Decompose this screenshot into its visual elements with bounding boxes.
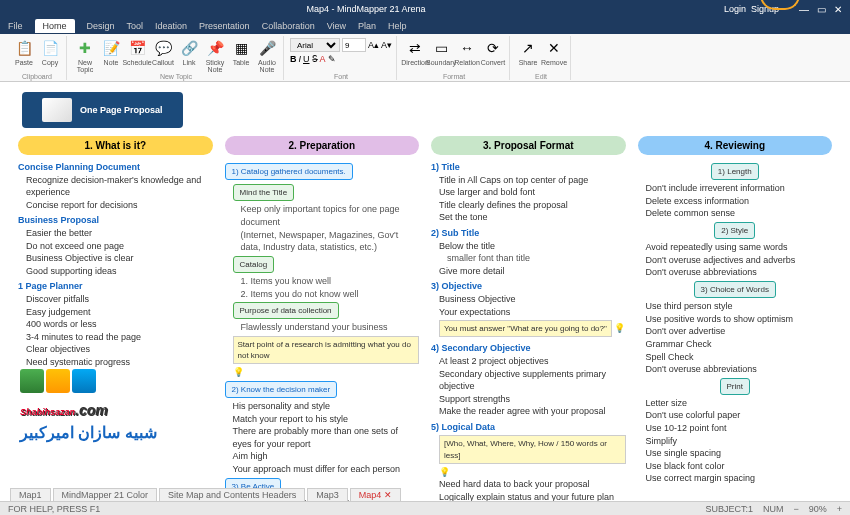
italic-button[interactable]: I <box>299 54 302 64</box>
node[interactable]: Match your report to his style <box>233 413 420 426</box>
node[interactable]: Flawlessly understand your business <box>241 321 420 334</box>
convert-button[interactable]: ⟳Convert <box>481 38 505 66</box>
node[interactable]: Delete excess information <box>646 195 833 208</box>
node[interactable]: 2) Know the decision maker <box>225 381 338 398</box>
boundary-button[interactable]: ▭Boundary <box>429 38 453 66</box>
node[interactable]: Grammar Check <box>646 338 833 351</box>
link-button[interactable]: 🔗Link <box>177 38 201 66</box>
node[interactable]: His personality and style <box>233 400 420 413</box>
close-button[interactable]: ✕ <box>834 4 842 15</box>
node[interactable]: 3-4 minutes to read the page <box>26 331 213 344</box>
menu-collaboration[interactable]: Collaboration <box>262 21 315 31</box>
node[interactable]: Discover pitfalls <box>26 293 213 306</box>
node[interactable]: 3) Choice of Words <box>694 281 776 298</box>
node[interactable]: 1 Page Planner <box>18 280 213 293</box>
doc-tab-active[interactable]: Map4 ✕ <box>350 488 401 501</box>
note-button[interactable]: 📝Note <box>99 38 123 66</box>
node[interactable]: Use correct margin spacing <box>646 472 833 485</box>
node[interactable]: 2. Items you do not know well <box>241 288 420 301</box>
minimize-button[interactable]: — <box>799 4 809 15</box>
remove-button[interactable]: ✕Remove <box>542 38 566 66</box>
node[interactable]: Below the title <box>439 240 626 253</box>
sticky-button[interactable]: 📌Sticky Note <box>203 38 227 73</box>
paste-button[interactable]: 📋Paste <box>12 38 36 66</box>
node[interactable]: Clear objectives <box>26 343 213 356</box>
node[interactable]: Easy judgement <box>26 306 213 319</box>
node[interactable]: Good supporting ideas <box>26 265 213 278</box>
node[interactable]: Business Objective is clear <box>26 252 213 265</box>
node[interactable]: Set the tone <box>439 211 626 224</box>
doc-tab[interactable]: Map1 <box>10 488 51 501</box>
branch-1-header[interactable]: 1. What is it? <box>18 136 213 155</box>
node[interactable]: Delete common sense <box>646 207 833 220</box>
font-grow-button[interactable]: A▴ <box>368 40 379 50</box>
node[interactable]: Secondary objective supplements primary … <box>439 368 626 393</box>
menu-presentation[interactable]: Presentation <box>199 21 250 31</box>
node[interactable]: At least 2 project objectives <box>439 355 626 368</box>
menu-tool[interactable]: Tool <box>127 21 144 31</box>
doc-tab[interactable]: MindMapper 21 Color <box>53 488 158 501</box>
menu-design[interactable]: Design <box>87 21 115 31</box>
doc-tab[interactable]: Site Map and Contents Headers <box>159 488 305 501</box>
strike-button[interactable]: S̶ <box>312 54 318 64</box>
node[interactable]: smaller font than title <box>447 252 626 265</box>
node-highlight[interactable]: You must answer "What are you going to d… <box>439 320 612 337</box>
audio-button[interactable]: 🎤Audio Note <box>255 38 279 73</box>
branch-4-header[interactable]: 4. Reviewing <box>638 136 833 155</box>
schedule-button[interactable]: 📅Schedule <box>125 38 149 66</box>
node[interactable]: 3) Objective <box>431 280 626 293</box>
menu-home[interactable]: Home <box>35 19 75 33</box>
node[interactable]: Title clearly defines the proposal <box>439 199 626 212</box>
node[interactable]: Simplify <box>646 435 833 448</box>
callout-button[interactable]: 💬Callout <box>151 38 175 66</box>
node[interactable]: Use 10-12 point font <box>646 422 833 435</box>
node[interactable]: Keep only important topics for one page … <box>241 203 420 228</box>
node[interactable]: Don't overuse adjectives and adverbs <box>646 254 833 267</box>
node-highlight[interactable]: [Who, What, Where, Why, How / 150 words … <box>439 435 626 463</box>
node[interactable]: Don't overuse abbreviations <box>646 266 833 279</box>
doc-tab[interactable]: Map3 <box>307 488 348 501</box>
node[interactable]: Need systematic progress <box>26 356 213 369</box>
font-size-input[interactable] <box>342 38 366 52</box>
menu-plan[interactable]: Plan <box>358 21 376 31</box>
node[interactable]: Don't overuse abbreviations <box>646 363 833 376</box>
copy-button[interactable]: 📄Copy <box>38 38 62 66</box>
menu-file[interactable]: File <box>8 21 23 31</box>
node[interactable]: 1) Catalog gathered documents. <box>225 163 353 180</box>
root-node[interactable]: One Page Proposal <box>22 92 183 128</box>
node[interactable]: Purpose of data collection <box>233 302 339 319</box>
node[interactable]: Mind the Title <box>233 184 295 201</box>
zoom-out-button[interactable]: − <box>793 504 798 514</box>
node[interactable]: Concise report for decisions <box>26 199 213 212</box>
branch-2[interactable]: 2. Preparation 1) Catalog gathered docum… <box>225 136 420 502</box>
branch-1[interactable]: 1. What is it? Concise Planning Document… <box>18 136 213 502</box>
node[interactable]: Your expectations <box>439 306 626 319</box>
node[interactable]: Make the reader agree with your proposal <box>439 405 626 418</box>
node[interactable]: Print <box>720 378 750 395</box>
node[interactable]: 1) Length <box>711 163 759 180</box>
bold-button[interactable]: B <box>290 54 297 64</box>
node[interactable]: Don't use colorful paper <box>646 409 833 422</box>
node[interactable]: 2) Style <box>714 222 755 239</box>
direction-button[interactable]: ⇄Direction <box>403 38 427 66</box>
node[interactable]: Concise Planning Document <box>18 161 213 174</box>
mindmap-canvas[interactable]: One Page Proposal 1. What is it? Concise… <box>0 82 850 502</box>
branch-3[interactable]: 3. Proposal Format 1) Title Title in All… <box>431 136 626 502</box>
node[interactable]: Business Objective <box>439 293 626 306</box>
node[interactable]: Aim high <box>233 450 420 463</box>
node[interactable]: Business Proposal <box>18 214 213 227</box>
menu-help[interactable]: Help <box>388 21 407 31</box>
node[interactable]: 2) Sub Title <box>431 227 626 240</box>
node[interactable]: 4) Secondary Objective <box>431 342 626 355</box>
table-button[interactable]: ▦Table <box>229 38 253 66</box>
node[interactable]: 1) Title <box>431 161 626 174</box>
node[interactable]: Don't over advertise <box>646 325 833 338</box>
branch-2-header[interactable]: 2. Preparation <box>225 136 420 155</box>
node[interactable]: Catalog <box>233 256 275 273</box>
maximize-button[interactable]: ▭ <box>817 4 826 15</box>
node[interactable]: Your approach must differ for each perso… <box>233 463 420 476</box>
zoom-in-button[interactable]: + <box>837 504 842 514</box>
node[interactable]: Recognize decision-maker's knowledge and… <box>26 174 213 199</box>
node[interactable]: Do not exceed one page <box>26 240 213 253</box>
branch-3-header[interactable]: 3. Proposal Format <box>431 136 626 155</box>
